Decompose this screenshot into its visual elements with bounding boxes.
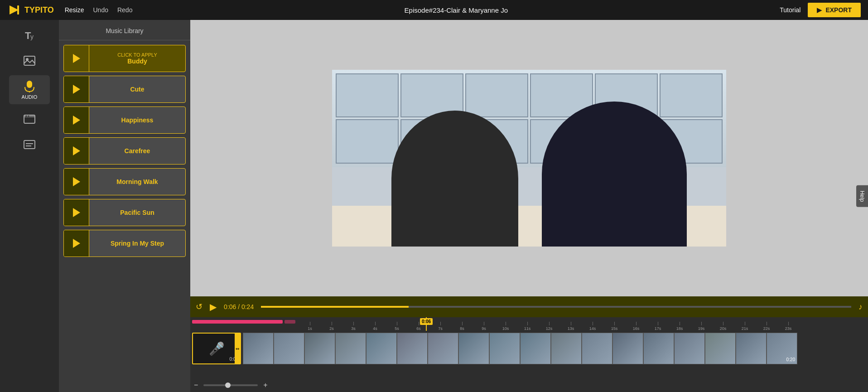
ruler-tick: 17s	[647, 322, 669, 331]
ruler-tick: 5s	[386, 322, 408, 331]
sidebar-item-text[interactable]: T y	[9, 24, 50, 46]
music-list: CLICK TO APPLY Buddy Cute Happiness	[59, 40, 190, 261]
play-icon	[73, 54, 80, 63]
zoom-out-button[interactable]: −	[194, 381, 198, 389]
video-clip-thumb[interactable]	[458, 333, 489, 364]
zoom-slider-thumb[interactable]	[225, 382, 231, 388]
ruler-tick: 15s	[603, 322, 625, 331]
export-play-icon: ▶	[817, 6, 822, 14]
sidebar-item-image[interactable]	[9, 50, 50, 72]
video-clip-thumb[interactable]	[582, 333, 612, 364]
sidebar-icons: T y AUDIO	[0, 20, 59, 392]
window-pane-3	[465, 73, 528, 117]
video-clip-thumb[interactable]: 0:20	[767, 333, 797, 364]
timeline-tracks: 🎤 0:04 ⇔ 0:20	[190, 331, 868, 378]
topbar: TYPITO Resize Undo Redo Episode#234-Clai…	[0, 0, 868, 20]
music-item-cute[interactable]: Cute	[63, 76, 186, 103]
video-clip-thumb[interactable]	[551, 333, 582, 364]
sidebar-item-audio[interactable]: AUDIO	[9, 75, 50, 104]
buddy-play-btn[interactable]	[64, 45, 89, 72]
svg-point-11	[28, 116, 29, 117]
svg-text:y: y	[30, 33, 34, 40]
music-note-icon: ♪	[858, 302, 863, 312]
video-clip-thumb[interactable]	[366, 333, 397, 364]
ruler-tick: 12s	[538, 322, 560, 331]
happiness-play-btn[interactable]	[64, 107, 89, 133]
play-icon	[73, 177, 80, 186]
ruler-tick: 18s	[669, 322, 690, 331]
video-area: ↺ ▶ 0:06 / 0:24 ♪ 1s2s3s4s5s6s7s8s9s10s1…	[190, 20, 868, 392]
carefree-play-btn[interactable]	[64, 138, 89, 164]
export-button[interactable]: ▶ EXPORT	[808, 3, 861, 17]
project-title: Episode#234-Clair & Maryanne Jo	[405, 6, 508, 14]
timeline-playhead[interactable]: 0:06	[426, 317, 427, 331]
spring-play-btn[interactable]	[64, 230, 89, 256]
progress-bar[interactable]	[261, 306, 851, 308]
morning-walk-play-btn[interactable]	[64, 169, 89, 195]
ruler-tick: 8s	[451, 322, 473, 331]
buddy-label: CLICK TO APPLY Buddy	[89, 52, 185, 65]
video-clip-thumb[interactable]	[705, 333, 736, 364]
help-button[interactable]: Help	[856, 185, 868, 207]
video-clip-thumb[interactable]	[520, 333, 551, 364]
video-clip-thumb[interactable]	[489, 333, 520, 364]
audio-label: AUDIO	[22, 94, 38, 100]
pacific-sun-label: Pacific Sun	[89, 209, 185, 216]
ruler-tick: 10s	[495, 322, 516, 331]
restart-button[interactable]: ↺	[196, 302, 203, 312]
audio-icon	[23, 80, 36, 92]
time-display: 0:06 / 0:24	[224, 303, 254, 310]
video-figures	[332, 70, 726, 247]
ruler-tick: 4s	[364, 322, 386, 331]
resize-handle[interactable]: ⇔	[235, 334, 240, 363]
pacific-sun-play-btn[interactable]	[64, 199, 89, 226]
music-item-pacific-sun[interactable]: Pacific Sun	[63, 199, 186, 226]
ruler-tick: 13s	[560, 322, 582, 331]
image-icon	[23, 54, 36, 67]
video-clip-thumb[interactable]	[397, 333, 428, 364]
clip-1[interactable]: 🎤 0:04 ⇔	[192, 333, 241, 364]
music-item-spring-in-my-step[interactable]: Spring In My Step	[63, 230, 186, 257]
video-clip-thumb[interactable]	[612, 333, 643, 364]
clip-last-duration: 0:20	[786, 357, 795, 362]
video-clip-thumb[interactable]	[335, 333, 366, 364]
ruler-tick: 1s	[299, 322, 321, 331]
resize-btn[interactable]: Resize	[65, 6, 84, 14]
video-clip-thumb[interactable]	[674, 333, 705, 364]
window-pane-6	[660, 73, 723, 117]
svg-rect-6	[27, 81, 32, 88]
ruler-tick: 22s	[756, 322, 777, 331]
sidebar-item-clips[interactable]	[9, 108, 50, 130]
music-item-happiness[interactable]: Happiness	[63, 106, 186, 134]
video-clip-thumb[interactable]	[274, 333, 304, 364]
spring-label: Spring In My Step	[89, 240, 185, 247]
video-clip-thumb[interactable]	[736, 333, 767, 364]
video-canvas	[190, 20, 868, 296]
tutorial-button[interactable]: Tutorial	[780, 6, 800, 14]
clips-icon	[23, 112, 36, 125]
music-item-morning-walk[interactable]: Morning Walk	[63, 168, 186, 195]
cute-play-btn[interactable]	[64, 76, 89, 102]
video-clip-thumb[interactable]	[304, 333, 335, 364]
zoom-in-button[interactable]: +	[263, 381, 267, 389]
music-library-title: Music Library	[59, 20, 190, 40]
svg-rect-4	[24, 56, 35, 65]
video-clip-thumb[interactable]	[243, 333, 274, 364]
play-icon	[73, 85, 80, 94]
person1	[391, 111, 518, 247]
svg-point-10	[26, 116, 27, 117]
person2	[542, 102, 687, 247]
video-clip-thumb[interactable]	[428, 333, 458, 364]
music-panel: Music Library CLICK TO APPLY Buddy Cute	[59, 20, 190, 392]
video-clip-thumb[interactable]	[643, 333, 674, 364]
music-item-buddy[interactable]: CLICK TO APPLY Buddy	[63, 45, 186, 72]
sidebar-item-captions[interactable]	[9, 133, 50, 155]
window-pane-7	[336, 119, 399, 163]
play-button[interactable]: ▶	[210, 301, 217, 312]
redo-btn[interactable]: Redo	[117, 6, 132, 14]
music-item-carefree[interactable]: Carefree	[63, 137, 186, 165]
video-preview	[332, 70, 726, 247]
zoom-slider[interactable]	[203, 384, 258, 386]
undo-btn[interactable]: Undo	[93, 6, 108, 14]
timeline-ruler: 1s2s3s4s5s6s7s8s9s10s11s12s13s14s15s16s1…	[190, 317, 868, 331]
